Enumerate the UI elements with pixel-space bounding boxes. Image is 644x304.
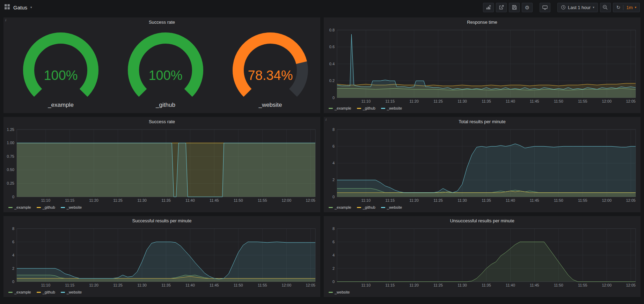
legend-item-_github[interactable]: _github bbox=[37, 205, 55, 209]
legend-item-_github[interactable]: _github bbox=[37, 290, 55, 294]
svg-text:11:45: 11:45 bbox=[530, 99, 539, 103]
svg-text:11:25: 11:25 bbox=[433, 283, 443, 287]
success-rate-graph[interactable]: 11:1011:1511:2011:2511:3011:3511:4011:45… bbox=[3, 126, 320, 204]
legend-color-swatch bbox=[381, 207, 385, 208]
svg-text:11:15: 11:15 bbox=[65, 283, 74, 287]
legend-item-_github[interactable]: _github bbox=[357, 106, 375, 110]
legend-item-_website[interactable]: _website bbox=[329, 290, 350, 294]
panel-header[interactable]: Total results per minute bbox=[324, 117, 641, 126]
legend-series-name: _example bbox=[14, 290, 31, 294]
clock-icon bbox=[561, 5, 566, 10]
legend: _example_github_website bbox=[329, 204, 637, 211]
panel-title[interactable]: Success rate bbox=[149, 20, 175, 25]
svg-text:11:55: 11:55 bbox=[258, 283, 267, 287]
legend-item-_example[interactable]: _example bbox=[329, 106, 351, 110]
dashboard-grid-icon[interactable] bbox=[4, 4, 10, 11]
svg-text:0.6: 0.6 bbox=[329, 45, 335, 49]
svg-text:11:15: 11:15 bbox=[385, 99, 395, 103]
legend-item-_website[interactable]: _website bbox=[381, 106, 402, 110]
refresh-icon[interactable]: ↻ bbox=[616, 5, 621, 10]
svg-text:11:20: 11:20 bbox=[89, 198, 98, 202]
svg-text:11:45: 11:45 bbox=[530, 198, 539, 202]
gauge-arc: 100% bbox=[113, 31, 218, 101]
legend-color-swatch bbox=[8, 292, 13, 293]
svg-text:11:30: 11:30 bbox=[137, 283, 147, 287]
legend-series-name: _github bbox=[363, 106, 375, 110]
save-icon[interactable] bbox=[509, 3, 520, 12]
gauge-_example: 100%_example bbox=[8, 31, 113, 109]
time-range-caret-icon: ▾ bbox=[593, 6, 594, 9]
legend-item-_example[interactable]: _example bbox=[8, 205, 31, 209]
svg-text:4: 4 bbox=[332, 161, 335, 165]
svg-text:11:10: 11:10 bbox=[361, 99, 371, 103]
svg-text:12:00: 12:00 bbox=[602, 283, 612, 287]
panel-title[interactable]: Unsuccessful results per minute bbox=[450, 218, 514, 223]
svg-text:11:55: 11:55 bbox=[578, 99, 587, 103]
legend-item-_example[interactable]: _example bbox=[8, 290, 31, 294]
svg-text:12:05: 12:05 bbox=[626, 198, 636, 202]
svg-text:11:55: 11:55 bbox=[578, 198, 587, 202]
settings-gear-icon[interactable]: ⚙ bbox=[522, 3, 533, 12]
panel-total-results: i Total results per minute 11:1011:1511:… bbox=[324, 117, 641, 212]
panel-header[interactable]: Unsuccessful results per minute bbox=[324, 216, 641, 225]
legend-item-_website[interactable]: _website bbox=[381, 205, 402, 209]
panel-header[interactable]: Success rate bbox=[3, 17, 320, 27]
legend-series-name: _website bbox=[67, 205, 82, 209]
divider bbox=[623, 5, 623, 10]
svg-text:12:00: 12:00 bbox=[281, 198, 291, 202]
panel-info-icon[interactable]: i bbox=[325, 117, 327, 121]
refresh-picker[interactable]: ↻ 1m ▾ bbox=[613, 3, 640, 12]
svg-text:4: 4 bbox=[12, 253, 14, 257]
panel-header[interactable]: Response time bbox=[324, 17, 641, 27]
svg-text:12:00: 12:00 bbox=[602, 198, 612, 202]
panel-header[interactable]: Success rate bbox=[3, 117, 320, 126]
add-panel-button[interactable] bbox=[483, 3, 494, 12]
svg-text:11:50: 11:50 bbox=[234, 283, 243, 287]
legend-color-swatch bbox=[61, 292, 65, 293]
zoom-out-button[interactable] bbox=[600, 3, 611, 12]
legend-item-_website[interactable]: _website bbox=[61, 290, 82, 294]
panel-title[interactable]: Successful results per minute bbox=[132, 218, 192, 223]
legend-item-_website[interactable]: _website bbox=[61, 205, 82, 209]
svg-text:11:50: 11:50 bbox=[234, 198, 243, 202]
legend-item-_example[interactable]: _example bbox=[329, 205, 351, 209]
svg-text:11:35: 11:35 bbox=[482, 198, 491, 202]
svg-text:11:40: 11:40 bbox=[185, 283, 195, 287]
svg-text:11:55: 11:55 bbox=[258, 198, 267, 202]
gauge-value: 78.34% bbox=[248, 68, 293, 83]
dashboard-dropdown-caret-icon[interactable]: ▾ bbox=[30, 6, 32, 9]
legend-series-name: _github bbox=[43, 205, 55, 209]
response-time-graph[interactable]: 11:1011:1511:2011:2511:3011:3511:4011:45… bbox=[324, 27, 641, 105]
refresh-caret-icon[interactable]: ▾ bbox=[635, 6, 636, 9]
svg-text:6: 6 bbox=[332, 240, 335, 244]
svg-text:12:05: 12:05 bbox=[626, 283, 636, 287]
time-range-picker[interactable]: Last 1 hour ▾ bbox=[557, 3, 598, 12]
tv-mode-icon[interactable] bbox=[540, 3, 550, 12]
svg-text:12:05: 12:05 bbox=[306, 283, 315, 287]
svg-text:11:40: 11:40 bbox=[185, 198, 195, 202]
svg-text:0: 0 bbox=[12, 280, 14, 284]
panel-title[interactable]: Success rate bbox=[149, 119, 175, 124]
legend-series-name: _website bbox=[387, 106, 402, 110]
legend-color-swatch bbox=[329, 292, 333, 293]
svg-text:12:00: 12:00 bbox=[602, 99, 612, 103]
dashboard-title[interactable]: Gatus bbox=[13, 5, 27, 10]
share-icon[interactable] bbox=[496, 3, 507, 12]
svg-text:6: 6 bbox=[332, 144, 335, 148]
svg-text:0: 0 bbox=[12, 195, 14, 199]
refresh-interval-label[interactable]: 1m bbox=[626, 5, 632, 10]
panel-title[interactable]: Response time bbox=[467, 20, 497, 25]
total-results-graph[interactable]: 11:1011:1511:2011:2511:3011:3511:4011:45… bbox=[324, 126, 641, 204]
gauge-label: _github bbox=[156, 102, 175, 109]
gauge-_github: 100%_github bbox=[113, 31, 218, 109]
svg-text:0.2: 0.2 bbox=[329, 79, 335, 83]
svg-text:11:15: 11:15 bbox=[385, 198, 395, 202]
panel-info-icon[interactable]: i bbox=[5, 18, 6, 22]
gauge-label: _example bbox=[48, 102, 74, 109]
svg-text:0.50: 0.50 bbox=[7, 168, 14, 172]
panel-title[interactable]: Total results per minute bbox=[459, 119, 505, 124]
panel-header[interactable]: Successful results per minute bbox=[3, 216, 320, 225]
successful-results-graph[interactable]: 11:1011:1511:2011:2511:3011:3511:4011:45… bbox=[3, 225, 320, 289]
legend-item-_github[interactable]: _github bbox=[357, 205, 375, 209]
unsuccessful-results-graph[interactable]: 11:1011:1511:2011:2511:3011:3511:4011:45… bbox=[324, 225, 641, 289]
